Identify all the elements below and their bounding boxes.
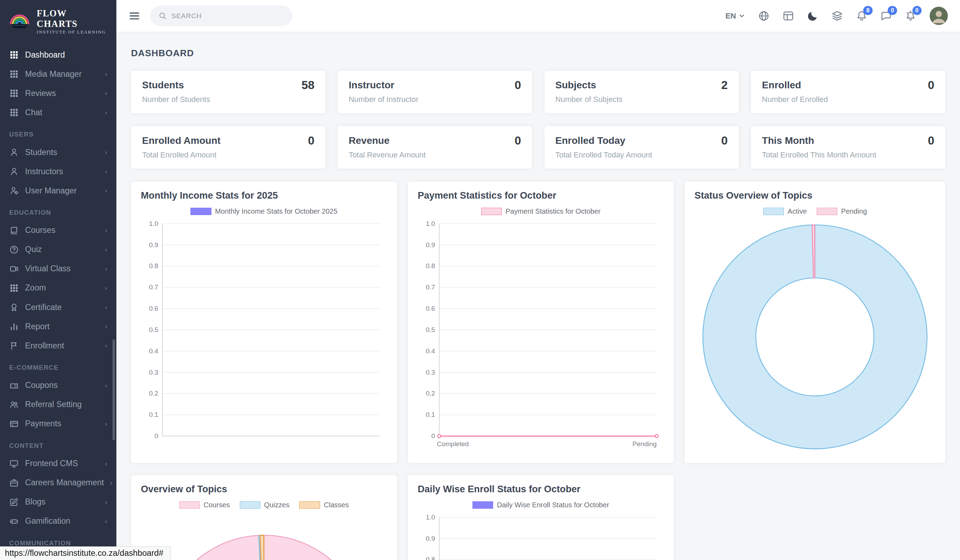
grid-icon [9,284,19,293]
legend-item-active[interactable]: Active [763,207,807,215]
user-avatar[interactable] [930,6,948,25]
legend-item-daily-wise-enroll-status-for-october[interactable]: Daily Wise Enroll Status for October [472,501,609,509]
sidebar-item-user-manager[interactable]: User Manager› [0,181,116,200]
video-icon [9,264,19,273]
messages-badge: 0 [888,6,897,15]
globe-button[interactable] [758,10,770,22]
sidebar-item-label: Chat [25,108,42,117]
legend-item-monthly-income-stats-for-october-2025[interactable]: Monthly Income Stats for October 2025 [190,207,337,215]
sidebar-item-students[interactable]: Students› [0,143,116,162]
app-window: FLOW CHARTS INSTITUTE OF LEARNING Dashbo… [0,0,960,560]
sidebar-item-referral-setting[interactable]: Referral Setting [0,395,116,414]
stat-title: Enrolled Amount [142,135,221,146]
sidebar-item-enrollment[interactable]: Enrollment› [0,336,116,356]
svg-text:1.0: 1.0 [149,220,158,227]
sidebar-item-gamification[interactable]: Gamification› [0,512,116,531]
dark-mode-button[interactable] [807,10,818,22]
sidebar-item-label: Referral Setting [25,400,82,409]
sidebar-item-label: Enrollment [25,341,64,351]
briefcase-icon [9,478,19,487]
chart-title: Overview of Topics [141,483,387,495]
stat-subtitle: Number of Students [142,95,314,104]
sidebar-item-label: Quiz [25,245,42,254]
chart-legend: Daily Wise Enroll Status for October [418,501,664,509]
alerts-button[interactable]: 0 [905,10,916,22]
search-icon [158,12,167,20]
sidebar-item-dashboard[interactable]: Dashboard [0,45,116,65]
sidebar-section-label: CONTENT [0,433,116,454]
legend-swatch [817,208,838,215]
sidebar-scrollbar[interactable] [112,339,115,440]
chart-plot [141,512,387,560]
brand-logo[interactable]: FLOW CHARTS INSTITUTE OF LEARNING [0,0,116,43]
sidebar-item-frontend-cms[interactable]: Frontend CMS› [0,454,116,473]
monitor-icon [9,459,19,468]
stat-subtitle: Total Enrolled This Month Amount [762,150,934,160]
notifications-button[interactable]: 8 [856,10,867,22]
svg-text:0.4: 0.4 [426,347,435,355]
sidebar-item-label: Gamification [25,516,70,526]
sidebar-item-careers-management[interactable]: Careers Management› [0,473,116,492]
brand-tagline: INSTITUTE OF LEARNING [37,29,109,35]
sidebar-item-label: User Manager [25,186,77,196]
credit-card-icon [9,419,19,428]
legend-item-courses[interactable]: Courses [179,501,230,509]
sidebar-item-instructors[interactable]: Instructors› [0,162,116,181]
svg-text:0.1: 0.1 [149,411,158,419]
sidebar-item-label: Certificate [25,303,62,312]
language-selector[interactable]: EN [725,11,746,21]
sidebar-item-virtual-class[interactable]: Virtual Class› [0,259,116,278]
svg-text:0.5: 0.5 [149,326,158,333]
legend-item-quizzes[interactable]: Quizzes [240,501,290,509]
chevron-right-icon: › [105,108,107,116]
sidebar-item-label: Zoom [25,283,46,293]
chevron-right-icon: › [105,187,107,195]
stat-card-instructor: Instructor0Number of Instructor [338,71,532,113]
legend-label: Classes [323,501,349,509]
sidebar-item-quiz[interactable]: Quiz› [0,240,116,259]
sidebar-item-payments[interactable]: Payments› [0,414,116,433]
sidebar-item-chat[interactable]: Chat› [0,103,116,122]
chevron-right-icon: › [105,168,107,175]
stat-value: 0 [721,134,728,147]
legend-swatch [240,501,261,509]
chart-title: Daily Wise Enroll Status for October [418,483,664,495]
legend-item-pending[interactable]: Pending [817,207,867,215]
legend-label: Courses [204,501,230,509]
legend-swatch [472,501,493,509]
stats-grid: Students58Number of StudentsInstructor0N… [131,71,945,169]
sidebar-item-label: Frontend CMS [25,459,78,468]
sidebar-section-label: USERS [0,122,116,143]
sidebar-item-zoom[interactable]: Zoom› [0,278,116,297]
sidebar-item-coupons[interactable]: Coupons› [0,376,116,395]
legend-swatch [481,208,502,215]
apps-button[interactable] [782,10,794,22]
sidebar-section-label: EDUCATION [0,200,116,221]
sidebar-item-certificate[interactable]: Certificate› [0,298,116,317]
menu-toggle-button[interactable] [129,10,140,22]
search-input[interactable] [171,12,284,20]
legend-item-classes[interactable]: Classes [299,501,349,509]
chevron-right-icon: › [105,246,107,254]
users-icon [9,400,19,409]
legend-item-payment-statistics-for-october[interactable]: Payment Statistics for October [481,207,601,215]
sidebar-item-blogs[interactable]: Blogs› [0,492,116,512]
chart-card-monthly-income: Monthly Income Stats for 2025Monthly Inc… [131,182,397,463]
chevron-right-icon: › [105,148,107,156]
charts-row-2: Overview of TopicsCoursesQuizzesClasses … [131,475,945,560]
sidebar-item-courses[interactable]: Courses› [0,221,116,240]
svg-text:0.8: 0.8 [426,556,435,560]
sidebar-item-reviews[interactable]: Reviews› [0,84,116,103]
moon-icon [807,10,818,22]
svg-text:0.2: 0.2 [149,390,158,397]
svg-text:0.8: 0.8 [426,263,435,270]
layers-button[interactable] [831,10,843,22]
stat-value: 2 [721,78,728,92]
messages-button[interactable]: 0 [880,10,892,22]
sidebar-item-label: Dashboard [25,50,65,60]
sidebar-item-report[interactable]: Report› [0,317,116,336]
sidebar: FLOW CHARTS INSTITUTE OF LEARNING Dashbo… [0,0,116,560]
sidebar-item-label: Media Manager [25,69,82,79]
sidebar-item-media-manager[interactable]: Media Manager› [0,65,116,84]
chart-card-status-overview: Status Overview of TopicsActivePending [685,182,945,463]
